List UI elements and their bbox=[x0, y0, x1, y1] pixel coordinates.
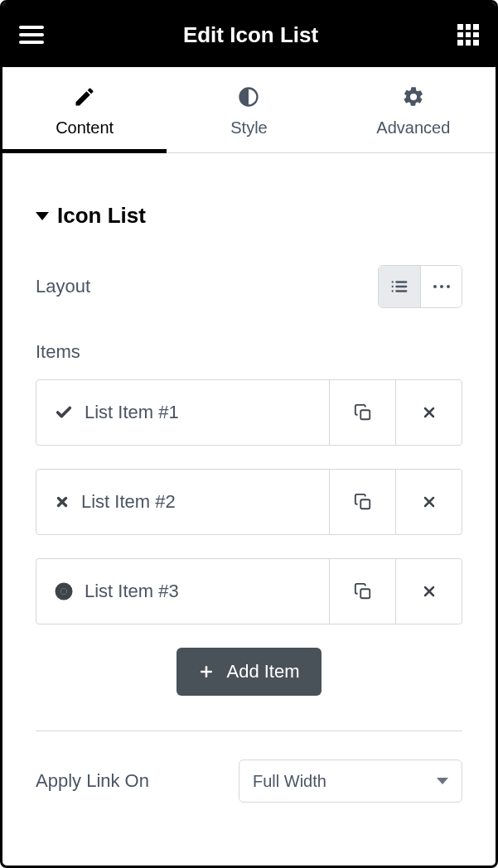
add-item-button[interactable]: Add Item bbox=[176, 648, 321, 696]
menu-icon[interactable] bbox=[19, 26, 44, 44]
add-item-label: Add Item bbox=[226, 661, 299, 682]
svg-point-6 bbox=[433, 285, 437, 288]
layout-option-inline[interactable] bbox=[420, 266, 462, 307]
apply-link-dropdown[interactable]: Full Width bbox=[239, 760, 462, 803]
duplicate-button[interactable] bbox=[329, 470, 395, 534]
tab-style-label: Style bbox=[230, 118, 267, 137]
list-item-handle[interactable]: List Item #2 bbox=[36, 470, 329, 534]
list-item: List Item #3 bbox=[36, 558, 462, 624]
duplicate-button[interactable] bbox=[329, 380, 395, 445]
list-item-handle[interactable]: List Item #1 bbox=[36, 380, 329, 445]
section-title: Icon List bbox=[57, 203, 146, 229]
svg-point-8 bbox=[447, 285, 450, 288]
duplicate-button[interactable] bbox=[329, 559, 395, 624]
list-item-handle[interactable]: List Item #3 bbox=[36, 559, 329, 624]
add-item-row: Add Item bbox=[36, 648, 462, 696]
pencil-icon bbox=[73, 85, 96, 108]
caret-down-icon bbox=[36, 212, 49, 220]
times-icon bbox=[55, 494, 70, 509]
apply-link-row: Apply Link On Full Width bbox=[36, 760, 462, 803]
layout-option-list[interactable] bbox=[379, 266, 420, 307]
gear-icon bbox=[402, 85, 425, 108]
tab-style[interactable]: Style bbox=[167, 67, 331, 152]
layout-field-row: Layout bbox=[36, 265, 462, 308]
remove-button[interactable] bbox=[395, 559, 462, 624]
layout-toggle bbox=[378, 265, 462, 308]
list-item: List Item #1 bbox=[36, 379, 462, 446]
svg-rect-14 bbox=[360, 499, 370, 509]
plus-icon bbox=[198, 663, 215, 680]
page-title: Edit Icon List bbox=[44, 22, 457, 48]
panel-body: Icon List Layout Items List Item #1 bbox=[2, 153, 496, 866]
tab-content[interactable]: Content bbox=[2, 67, 167, 152]
chevron-down-icon bbox=[437, 778, 448, 784]
apply-link-value: Full Width bbox=[253, 772, 326, 791]
apps-grid-icon[interactable] bbox=[457, 24, 479, 46]
section-toggle-icon-list[interactable]: Icon List bbox=[36, 203, 462, 229]
dot-circle-icon bbox=[55, 582, 73, 600]
svg-rect-9 bbox=[360, 410, 370, 419]
tab-advanced-label: Advanced bbox=[376, 118, 450, 137]
divider bbox=[36, 731, 462, 731]
list-item-label: List Item #1 bbox=[85, 402, 179, 423]
contrast-icon bbox=[237, 85, 260, 108]
list-item: List Item #2 bbox=[36, 469, 462, 535]
svg-point-18 bbox=[60, 588, 66, 594]
tab-content-label: Content bbox=[56, 118, 114, 137]
remove-button[interactable] bbox=[395, 380, 462, 445]
svg-point-7 bbox=[440, 285, 443, 288]
list-item-label: List Item #2 bbox=[81, 491, 176, 513]
check-icon bbox=[55, 403, 73, 422]
layout-label: Layout bbox=[36, 276, 90, 297]
svg-rect-19 bbox=[360, 589, 370, 598]
tab-bar: Content Style Advanced bbox=[2, 67, 496, 153]
items-label: Items bbox=[36, 341, 462, 363]
remove-button[interactable] bbox=[395, 470, 462, 534]
header-bar: Edit Icon List bbox=[2, 2, 496, 67]
list-item-label: List Item #3 bbox=[85, 581, 179, 602]
tab-advanced[interactable]: Advanced bbox=[331, 67, 496, 152]
apply-link-label: Apply Link On bbox=[36, 770, 149, 792]
